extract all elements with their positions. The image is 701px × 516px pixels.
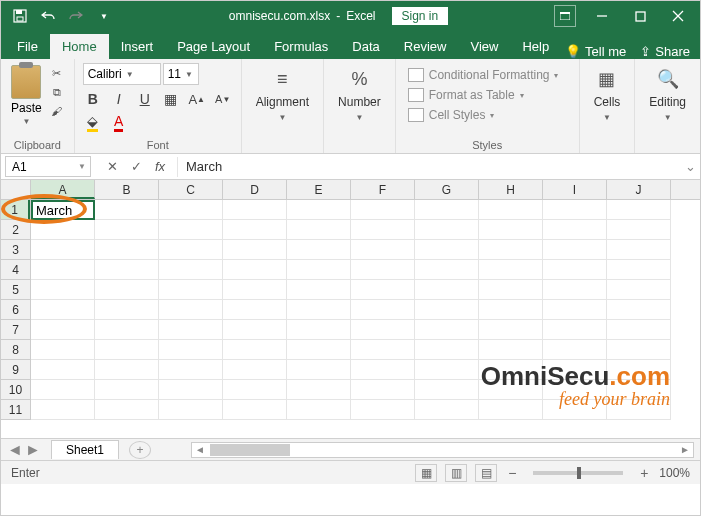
cell[interactable] <box>479 320 543 340</box>
zoom-in-button[interactable]: + <box>637 465 651 481</box>
cell[interactable] <box>159 380 223 400</box>
cell[interactable] <box>543 220 607 240</box>
cell[interactable] <box>479 340 543 360</box>
cell[interactable] <box>351 360 415 380</box>
tab-help[interactable]: Help <box>510 34 561 59</box>
undo-icon[interactable] <box>37 5 59 27</box>
underline-button[interactable]: U <box>135 89 155 109</box>
cell[interactable] <box>159 300 223 320</box>
cell[interactable] <box>607 400 671 420</box>
cell[interactable] <box>351 200 415 220</box>
cell[interactable] <box>95 240 159 260</box>
cell[interactable] <box>31 220 95 240</box>
cell[interactable] <box>31 380 95 400</box>
name-box[interactable]: A1 ▼ <box>5 156 91 177</box>
cell[interactable] <box>415 280 479 300</box>
fx-icon[interactable]: fx <box>149 157 171 177</box>
col-header-j[interactable]: J <box>607 180 671 199</box>
row-header-2[interactable]: 2 <box>1 220 30 240</box>
tab-home[interactable]: Home <box>50 34 109 59</box>
cell[interactable] <box>543 340 607 360</box>
col-header-b[interactable]: B <box>95 180 159 199</box>
row-header-11[interactable]: 11 <box>1 400 30 420</box>
cell[interactable] <box>607 380 671 400</box>
qat-customize-icon[interactable]: ▼ <box>93 5 115 27</box>
cell[interactable] <box>351 260 415 280</box>
cell[interactable] <box>159 200 223 220</box>
cell[interactable] <box>159 240 223 260</box>
row-header-8[interactable]: 8 <box>1 340 30 360</box>
cell[interactable] <box>95 280 159 300</box>
cell[interactable] <box>95 260 159 280</box>
cell[interactable] <box>31 320 95 340</box>
cell[interactable] <box>95 320 159 340</box>
cell[interactable] <box>223 400 287 420</box>
share-button[interactable]: ⇪ Share <box>640 44 690 59</box>
save-icon[interactable] <box>9 5 31 27</box>
cell[interactable] <box>351 280 415 300</box>
cell[interactable] <box>159 340 223 360</box>
font-name-select[interactable]: Calibri▼ <box>83 63 161 85</box>
cell[interactable] <box>607 220 671 240</box>
cell[interactable] <box>95 340 159 360</box>
cell[interactable] <box>479 260 543 280</box>
cell[interactable] <box>31 280 95 300</box>
close-icon[interactable] <box>660 2 696 30</box>
cell[interactable] <box>607 240 671 260</box>
cell[interactable] <box>31 240 95 260</box>
cell[interactable] <box>351 320 415 340</box>
cell[interactable] <box>223 320 287 340</box>
col-header-c[interactable]: C <box>159 180 223 199</box>
cell[interactable] <box>543 280 607 300</box>
tab-view[interactable]: View <box>458 34 510 59</box>
cell[interactable] <box>31 300 95 320</box>
tab-formulas[interactable]: Formulas <box>262 34 340 59</box>
cell[interactable] <box>287 380 351 400</box>
cell[interactable] <box>351 380 415 400</box>
cell[interactable] <box>607 340 671 360</box>
page-layout-view-icon[interactable]: ▥ <box>445 464 467 482</box>
row-header-5[interactable]: 5 <box>1 280 30 300</box>
font-color-button[interactable]: A <box>109 112 129 132</box>
cell[interactable] <box>159 260 223 280</box>
cell[interactable] <box>287 200 351 220</box>
cell[interactable] <box>415 240 479 260</box>
conditional-formatting-button[interactable]: Conditional Formatting▾ <box>404 67 571 83</box>
cell[interactable] <box>543 200 607 220</box>
col-header-g[interactable]: G <box>415 180 479 199</box>
cell[interactable] <box>351 400 415 420</box>
cell[interactable] <box>543 380 607 400</box>
cell[interactable] <box>223 360 287 380</box>
cell[interactable] <box>31 400 95 420</box>
cell[interactable] <box>543 260 607 280</box>
cell[interactable] <box>543 400 607 420</box>
sheet-nav-prev-icon[interactable]: ◄ <box>7 441 23 459</box>
cell[interactable] <box>159 280 223 300</box>
formula-input[interactable]: March <box>178 159 680 174</box>
increase-font-icon[interactable]: A▲ <box>187 89 207 109</box>
cell[interactable] <box>287 400 351 420</box>
tell-me-button[interactable]: 💡 Tell me <box>565 44 626 59</box>
cell[interactable] <box>95 300 159 320</box>
format-as-table-button[interactable]: Format as Table▾ <box>404 87 571 103</box>
cell[interactable] <box>31 340 95 360</box>
italic-button[interactable]: I <box>109 89 129 109</box>
cell[interactable] <box>223 380 287 400</box>
row-header-3[interactable]: 3 <box>1 240 30 260</box>
col-header-d[interactable]: D <box>223 180 287 199</box>
cell[interactable] <box>223 340 287 360</box>
sheet-nav-next-icon[interactable]: ► <box>25 441 41 459</box>
redo-icon[interactable] <box>65 5 87 27</box>
cell[interactable] <box>415 360 479 380</box>
expand-formula-bar-icon[interactable]: ⌄ <box>680 159 700 174</box>
font-size-select[interactable]: 11▼ <box>163 63 199 85</box>
ribbon-display-options-icon[interactable] <box>554 5 576 27</box>
tab-page-layout[interactable]: Page Layout <box>165 34 262 59</box>
cell[interactable] <box>607 360 671 380</box>
row-header-6[interactable]: 6 <box>1 300 30 320</box>
cell[interactable] <box>607 260 671 280</box>
cell[interactable] <box>223 220 287 240</box>
scroll-right-icon[interactable]: ► <box>677 444 693 455</box>
col-header-h[interactable]: H <box>479 180 543 199</box>
cell[interactable] <box>415 380 479 400</box>
